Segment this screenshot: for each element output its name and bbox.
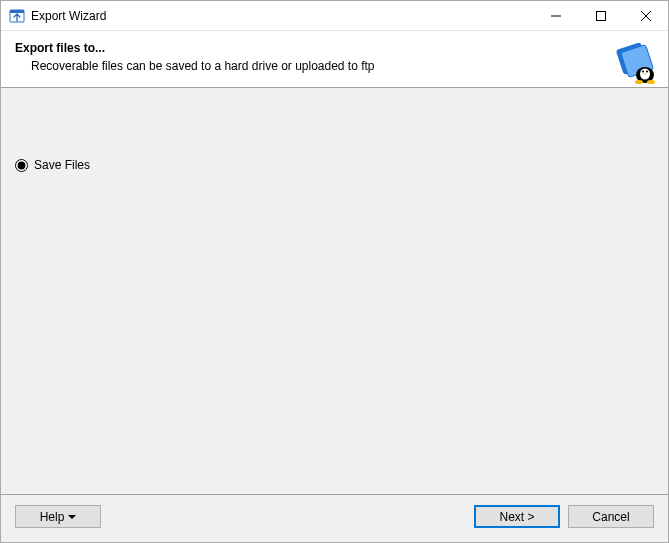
cancel-button-label: Cancel [592, 510, 629, 524]
next-button-label: Next > [499, 510, 534, 524]
minimize-icon [551, 11, 561, 21]
wizard-footer: Help Next > Cancel [1, 494, 668, 542]
page-subtitle: Recoverable files can be saved to a hard… [31, 59, 654, 73]
chevron-down-icon [68, 515, 76, 519]
svg-point-8 [646, 71, 648, 73]
window-controls [533, 1, 668, 30]
next-button[interactable]: Next > [474, 505, 560, 528]
svg-point-7 [642, 71, 644, 73]
wizard-header: Export files to... Recoverable files can… [1, 31, 668, 87]
export-wizard-window: Export Wizard Export files to... Recover… [0, 0, 669, 543]
app-icon [9, 8, 25, 24]
save-files-radio[interactable] [15, 159, 28, 172]
wizard-header-icon [610, 37, 658, 85]
maximize-icon [596, 11, 606, 21]
wizard-body: Save Files [1, 88, 668, 494]
close-button[interactable] [623, 1, 668, 30]
help-button[interactable]: Help [15, 505, 101, 528]
minimize-button[interactable] [533, 1, 578, 30]
window-title: Export Wizard [31, 9, 533, 23]
svg-rect-2 [596, 11, 605, 20]
save-files-label: Save Files [34, 158, 90, 172]
svg-point-9 [635, 80, 643, 84]
save-files-option[interactable]: Save Files [15, 158, 654, 172]
help-button-label: Help [40, 510, 65, 524]
maximize-button[interactable] [578, 1, 623, 30]
close-icon [641, 11, 651, 21]
cancel-button[interactable]: Cancel [568, 505, 654, 528]
svg-point-10 [647, 80, 655, 84]
svg-rect-1 [10, 10, 24, 13]
page-title: Export files to... [15, 41, 654, 55]
titlebar: Export Wizard [1, 1, 668, 31]
